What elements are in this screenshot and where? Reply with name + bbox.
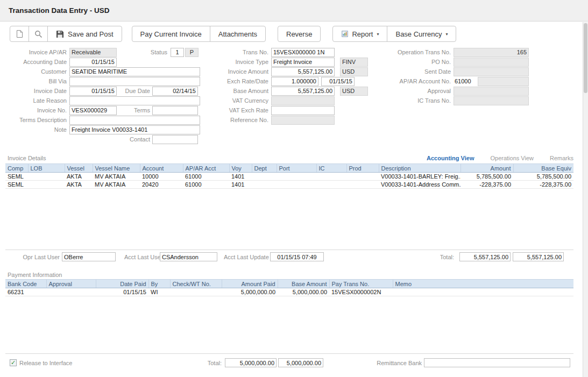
release-to-interface-checkbox[interactable]: ✓ <box>10 359 17 366</box>
form-row: Accounting Date 01/15/15 <box>4 57 204 67</box>
due-date-field[interactable]: 02/14/15 <box>152 87 198 96</box>
release-to-interface: ✓ Release to Interface <box>10 359 72 366</box>
cell <box>170 288 222 296</box>
acct-last-update-label: Acct Last Update <box>224 254 270 260</box>
cell <box>316 181 346 189</box>
column-header-pay-trans-no: Pay Trans No. <box>329 280 393 288</box>
cell: AKTA <box>65 173 93 181</box>
cell <box>46 288 96 296</box>
bill-via-field[interactable] <box>69 77 200 86</box>
column-header-amount-paid: Amount Paid <box>222 280 278 288</box>
payment-information-grid: Bank Code Approval Date Paid By Check/WT… <box>5 279 573 354</box>
opr-last-user-field: OBerre <box>62 252 116 261</box>
remittance-bank: Remittance Bank <box>370 358 570 367</box>
chevron-down-icon: ▾ <box>377 32 379 37</box>
terms-description-field[interactable] <box>69 116 200 125</box>
attachments-button[interactable]: Attachments <box>210 26 266 42</box>
column-header-memo: Memo <box>393 280 573 288</box>
cell <box>393 288 573 296</box>
invoice-amount-field[interactable]: 5,557,125.00 <box>271 67 335 76</box>
form-column-middle: Trans No. 15VESX000000 1N Invoice Type F… <box>203 47 373 125</box>
payment-total-base-amount-field: 5,000,000.00 <box>278 358 323 367</box>
new-document-button[interactable] <box>10 26 29 42</box>
invoice-amount-label: Invoice Amount <box>203 68 271 75</box>
cell: 5,000,000.00 <box>222 288 278 296</box>
payment-row[interactable]: 66231 01/15/15 WI 5,000,000.00 5,000,000… <box>5 288 573 296</box>
invoice-details-grid: Comp LOB Vessel Vessel Name Account AP/A… <box>5 163 573 250</box>
invoice-detail-row[interactable]: SEML AKTA MV AKTAIA 10000 61000 1401 V00… <box>5 173 573 181</box>
vat-exch-rate-field[interactable] <box>271 106 335 115</box>
remittance-bank-field[interactable] <box>424 358 570 367</box>
cell: -228,375.00 <box>461 181 513 189</box>
form-row: Base Amount 5,557,125.00 USD <box>203 86 373 96</box>
vat-exch-rate-label: VAT Exch Rate <box>203 107 271 113</box>
bottom-bar: ✓ Release to Interface Total: 5,000,000.… <box>5 358 573 368</box>
cell: WI <box>148 288 170 296</box>
late-reason-field[interactable] <box>69 96 200 105</box>
base-amount-field[interactable]: 5,557,125.00 <box>271 87 335 96</box>
base-amount-currency-field: USD <box>340 87 368 96</box>
approval-label: Approval <box>382 88 454 94</box>
reverse-label: Reverse <box>286 30 312 38</box>
column-header-dept: Dept <box>252 164 277 173</box>
cell <box>316 173 346 181</box>
invoice-apar-field: Receivable <box>69 48 117 57</box>
trans-no-field[interactable]: 15VESX000000 1N <box>271 48 335 57</box>
form-row: Invoice No. VESX000029 Terms <box>4 105 204 115</box>
note-label: Note <box>4 126 69 133</box>
cell: 1401 <box>229 173 252 181</box>
vertical-scrollbar[interactable] <box>583 22 588 377</box>
report-button[interactable]: Report ▾ <box>332 26 387 42</box>
cell: 10000 <box>140 173 183 181</box>
base-amount-label: Base Amount <box>203 88 271 94</box>
column-header-vessel: Vessel <box>65 164 93 173</box>
status-label: Status <box>117 49 169 55</box>
exch-rate-field[interactable]: 1.000000 <box>271 77 318 86</box>
column-header-apar-acct: AP/AR Acct <box>183 164 229 173</box>
reference-no-field <box>271 116 335 125</box>
column-header-lob: LOB <box>28 164 65 173</box>
invoice-amount-currency-field: USD <box>340 67 368 76</box>
form-row: Reference No. <box>203 115 373 125</box>
invoice-details-table: Comp LOB Vessel Vessel Name Account AP/A… <box>5 163 573 189</box>
operation-trans-no-label: Operation Trans No. <box>382 49 454 55</box>
column-header-prod: Prod <box>346 164 379 173</box>
toolbar-group-invoice: Pay Current Invoice Attachments <box>132 26 266 42</box>
invoice-type-field[interactable]: Freight Invoice <box>271 58 335 67</box>
note-field[interactable]: Freight Invoice V00033-1401 <box>69 125 200 134</box>
terms-label: Terms <box>117 107 152 113</box>
search-button[interactable] <box>29 26 48 42</box>
column-header-base-amount: Base Amount <box>278 280 329 288</box>
contact-label: Contact <box>117 136 152 143</box>
vat-currency-label: VAT Currency <box>203 97 271 104</box>
scrollbar-thumb[interactable] <box>584 23 587 93</box>
invoice-date-field[interactable]: 01/15/15 <box>69 87 117 96</box>
base-currency-button[interactable]: Base Currency ▾ <box>387 26 456 42</box>
bill-via-label: Bill Via <box>4 78 69 84</box>
invoice-detail-row[interactable]: SEML AKTA MV AKTAIA 20420 61000 1401 V00… <box>5 181 573 189</box>
column-header-account: Account <box>140 164 183 173</box>
save-and-post-button[interactable]: Save and Post <box>47 26 122 42</box>
accounting-date-field[interactable]: 01/15/15 <box>69 58 117 67</box>
form-row: Exch Rate/Date 1.000000 01/15/15 <box>203 76 373 86</box>
vat-currency-field <box>271 96 335 105</box>
reverse-button[interactable]: Reverse <box>278 26 321 42</box>
cell: SEML <box>5 181 28 189</box>
status-code-field[interactable]: 1 <box>171 48 184 57</box>
toolbar-group-file: Save and Post <box>10 26 122 42</box>
contact-field[interactable] <box>152 135 198 144</box>
pay-current-invoice-button[interactable]: Pay Current Invoice <box>132 26 210 42</box>
exch-date-field[interactable]: 01/15/15 <box>321 77 355 86</box>
column-header-ic: IC <box>316 164 346 173</box>
due-date-label: Due Date <box>117 88 152 94</box>
cell <box>277 181 316 189</box>
payment-total-amount-paid-field: 5,000,000.00 <box>225 358 277 367</box>
invoice-no-field[interactable]: VESX000029 <box>69 106 117 115</box>
sent-date-field <box>454 67 529 76</box>
acct-last-user-field: CSAndersson <box>160 252 217 261</box>
terms-field[interactable] <box>152 106 198 115</box>
invoice-no-label: Invoice No. <box>4 107 69 113</box>
attachments-label: Attachments <box>218 30 257 38</box>
form-row: Sent Date <box>382 67 535 76</box>
customer-field[interactable]: SEATIDE MARITIME <box>69 67 200 76</box>
